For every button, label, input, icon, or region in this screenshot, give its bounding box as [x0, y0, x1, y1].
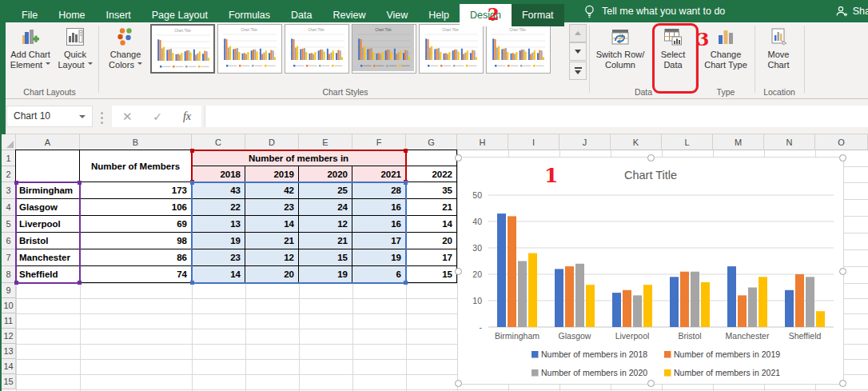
chart-bar[interactable]	[748, 288, 757, 328]
legend-label[interactable]: Number of members in 2018	[541, 349, 647, 359]
legend-swatch[interactable]	[532, 369, 539, 377]
chart-resize-handle[interactable]	[839, 268, 846, 275]
cell-total[interactable]: 74	[80, 266, 192, 283]
insert-function-icon[interactable]: fx	[183, 110, 191, 123]
tab-view[interactable]: View	[376, 4, 418, 26]
quick-layout-button[interactable]: Quick Layout	[56, 25, 94, 70]
add-chart-element-button[interactable]: Add Chart Element	[5, 25, 56, 70]
formula-bar-splitter[interactable]	[101, 110, 103, 126]
formula-input[interactable]	[205, 106, 868, 127]
legend-label[interactable]: Number of members in 2019	[674, 349, 780, 359]
tab-format[interactable]: Format	[512, 4, 564, 26]
legend-swatch[interactable]	[532, 351, 539, 358]
column-header-O[interactable]: O	[815, 134, 868, 150]
chart-bar[interactable]	[816, 311, 825, 327]
cell-total[interactable]: 86	[80, 249, 192, 266]
column-header-K[interactable]: K	[611, 134, 662, 150]
row-header-9[interactable]: 9	[2, 283, 16, 298]
share-button[interactable]: Share	[835, 0, 868, 22]
column-header-D[interactable]: D	[245, 134, 299, 150]
column-header-A[interactable]: A	[16, 134, 80, 150]
chart-style-thumbnail-1[interactable]: Chart Title	[150, 24, 215, 74]
chart-bar[interactable]	[575, 264, 584, 327]
cell-total[interactable]: 69	[80, 216, 192, 233]
column-header-M[interactable]: M	[713, 134, 764, 150]
cell-value[interactable]: 35	[406, 182, 457, 199]
chart-style-thumbnail-5[interactable]: Chart Title	[419, 24, 484, 74]
select-all-corner[interactable]	[2, 134, 16, 150]
column-header-G[interactable]: G	[406, 134, 457, 150]
chart-bar[interactable]	[643, 285, 652, 327]
chart-bar[interactable]	[508, 216, 516, 327]
cancel-icon[interactable]: ✕	[122, 110, 133, 124]
cell-total[interactable]: 106	[80, 199, 192, 216]
chart-bar[interactable]	[806, 277, 814, 327]
chart-resize-handle[interactable]	[455, 268, 462, 275]
row-header-10[interactable]: 10	[2, 298, 16, 313]
row-header-11[interactable]: 11	[2, 313, 16, 329]
cell-year-2022[interactable]: 2022	[406, 166, 457, 182]
tab-help[interactable]: Help	[418, 4, 460, 26]
tab-file[interactable]: File	[11, 4, 48, 26]
gallery-scroll-up-button[interactable]	[569, 24, 587, 42]
tab-insert[interactable]: Insert	[96, 4, 141, 26]
cell-value[interactable]: 17	[406, 249, 457, 266]
chart-resize-handle[interactable]	[839, 154, 846, 162]
chart-resize-handle[interactable]	[647, 154, 655, 162]
row-header-14[interactable]: 14	[2, 359, 16, 374]
column-header-H[interactable]: H	[457, 134, 508, 150]
chart-bar[interactable]	[623, 290, 631, 327]
row-header-6[interactable]: 6	[2, 233, 16, 249]
embedded-chart[interactable]: Chart Title -1020304050BirminghamGlasgow…	[457, 157, 844, 385]
legend-swatch[interactable]	[664, 351, 671, 358]
chart-series-range-box[interactable]	[191, 150, 407, 183]
column-header-N[interactable]: N	[764, 134, 815, 150]
chart-style-thumbnail-3[interactable]: Chart Title	[285, 24, 349, 74]
cell-a1[interactable]	[16, 150, 80, 182]
chart-bar[interactable]	[612, 293, 621, 327]
name-box[interactable]: Chart 10	[6, 106, 93, 127]
chart-bar[interactable]	[691, 272, 699, 327]
column-header-E[interactable]: E	[299, 134, 352, 150]
row-header-4[interactable]: 4	[2, 199, 16, 216]
column-header-F[interactable]: F	[352, 134, 406, 150]
chart-bar[interactable]	[670, 277, 679, 327]
chart-bar[interactable]	[701, 282, 710, 327]
chart-bar[interactable]	[497, 213, 506, 327]
chart-style-thumbnail-6[interactable]: Chart Title	[486, 24, 551, 74]
cell-total[interactable]: 173	[80, 182, 192, 199]
gallery-more-button[interactable]	[569, 62, 587, 80]
change-colors-button[interactable]: Change Colors	[106, 25, 145, 70]
chart-style-thumbnail-4[interactable]: Chart Title	[352, 24, 416, 74]
tab-review[interactable]: Review	[322, 4, 376, 26]
row-header-13[interactable]: 13	[2, 344, 16, 359]
row-header-15[interactable]: 15	[2, 374, 16, 389]
chart-bar[interactable]	[633, 295, 642, 327]
tell-me-box[interactable]: Tell me what you want to do	[583, 0, 725, 22]
legend-label[interactable]: Number of members in 2021	[674, 368, 780, 377]
name-box-dropdown-icon[interactable]	[79, 115, 86, 122]
chart-resize-handle[interactable]	[455, 380, 462, 387]
chart-bar[interactable]	[795, 274, 804, 327]
chart-bar[interactable]	[680, 272, 689, 327]
cell-b1-number-of-members[interactable]: Number of Members	[80, 150, 192, 182]
column-header-I[interactable]: I	[508, 134, 559, 150]
chart-bar[interactable]	[528, 253, 537, 327]
legend-swatch[interactable]	[664, 369, 671, 377]
cell-value[interactable]: 20	[406, 233, 457, 249]
cell-total[interactable]: 98	[80, 233, 192, 249]
cell-g1[interactable]	[406, 150, 457, 166]
tab-page-layout[interactable]: Page Layout	[141, 4, 218, 26]
tab-home[interactable]: Home	[48, 4, 95, 26]
tab-formulas[interactable]: Formulas	[218, 4, 281, 26]
cell-value[interactable]: 15	[406, 266, 457, 283]
column-header-C[interactable]: C	[192, 134, 245, 150]
row-header-7[interactable]: 7	[2, 249, 16, 266]
chart-resize-handle[interactable]	[455, 154, 462, 162]
chart-bar[interactable]	[727, 266, 736, 327]
column-header-B[interactable]: B	[80, 134, 192, 150]
column-header-L[interactable]: L	[662, 134, 713, 150]
row-header-12[interactable]: 12	[2, 329, 16, 344]
enter-icon[interactable]: ✓	[153, 110, 162, 123]
chart-category-range-box[interactable]	[15, 182, 81, 284]
